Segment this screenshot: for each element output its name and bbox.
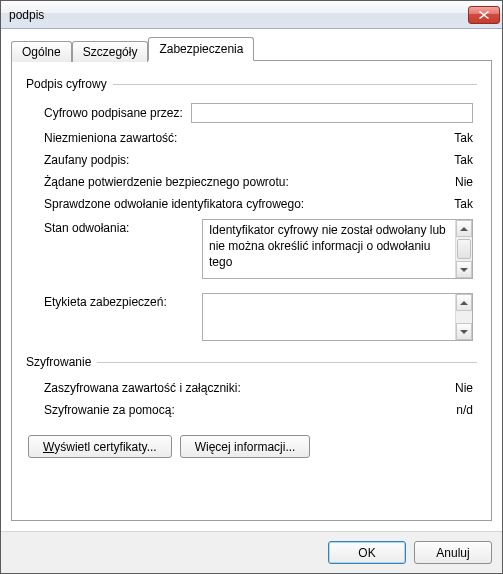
- row-encryption-using: Szyfrowanie za pomocą: n/d: [26, 399, 477, 421]
- client-area: Ogólne Szczegóły Zabezpieczenia Podpis c…: [1, 29, 502, 531]
- chevron-up-icon: [460, 227, 468, 231]
- chevron-up-icon: [460, 301, 468, 305]
- row-encrypted: Zaszyfrowana zawartość i załączniki: Nie: [26, 377, 477, 399]
- signed-by-field[interactable]: [191, 103, 473, 123]
- tabpage-security: Podpis cyfrowy Cyfrowo podpisane przez: …: [11, 60, 492, 521]
- revocation-checked-label: Sprawdzone odwołanie identyfikatora cyfr…: [44, 197, 425, 211]
- chevron-down-icon: [460, 330, 468, 334]
- close-icon: [479, 11, 489, 19]
- scroll-down-button[interactable]: [456, 261, 472, 278]
- divider: [97, 362, 477, 363]
- row-return: Żądane potwierdzenie bezpiecznego powrot…: [26, 171, 477, 193]
- dialog-window: podpis Ogólne Szczegóły Zabezpieczenia P…: [0, 0, 503, 574]
- group-signature-label: Podpis cyfrowy: [26, 77, 107, 91]
- button-row: Wyświetl certyfikaty... Więcej informacj…: [28, 435, 477, 458]
- tab-details[interactable]: Szczegóły: [72, 41, 149, 62]
- encryption-using-label: Szyfrowanie za pomocą:: [44, 403, 425, 417]
- scroll-up-button[interactable]: [456, 294, 472, 311]
- ok-button[interactable]: OK: [328, 541, 406, 564]
- scroll-track[interactable]: [456, 237, 472, 261]
- revocation-status-label: Stan odwołania:: [44, 219, 194, 235]
- encrypted-label: Zaszyfrowana zawartość i załączniki:: [44, 381, 425, 395]
- titlebar: podpis: [1, 1, 502, 29]
- encryption-using-value: n/d: [425, 403, 473, 417]
- mnemonic: W: [43, 440, 54, 454]
- scroll-down-button[interactable]: [456, 323, 472, 340]
- revocation-status-box[interactable]: Identyfikator cyfrowy nie został odwołan…: [202, 219, 473, 279]
- group-signature: Podpis cyfrowy: [26, 77, 477, 91]
- scrollbar[interactable]: [455, 220, 472, 278]
- encrypted-value: Nie: [425, 381, 473, 395]
- chevron-down-icon: [460, 268, 468, 272]
- trusted-label: Zaufany podpis:: [44, 153, 425, 167]
- window-title: podpis: [9, 8, 468, 22]
- signed-by-label: Cyfrowo podpisane przez:: [44, 106, 183, 120]
- revocation-checked-value: Tak: [425, 197, 473, 211]
- view-certificates-button[interactable]: Wyświetl certyfikaty...: [28, 435, 172, 458]
- more-info-button[interactable]: Więcej informacji...: [180, 435, 311, 458]
- group-encryption-label: Szyfrowanie: [26, 355, 91, 369]
- scrollbar[interactable]: [455, 294, 472, 340]
- revocation-status-text: Identyfikator cyfrowy nie został odwołan…: [203, 220, 455, 278]
- tab-security[interactable]: Zabezpieczenia: [148, 37, 254, 61]
- close-button[interactable]: [468, 6, 500, 24]
- scroll-track[interactable]: [456, 311, 472, 323]
- row-unchanged: Niezmieniona zawartość: Tak: [26, 127, 477, 149]
- unchanged-label: Niezmieniona zawartość:: [44, 131, 425, 145]
- row-revocation-status: Stan odwołania: Identyfikator cyfrowy ni…: [26, 215, 477, 283]
- tab-general[interactable]: Ogólne: [11, 41, 72, 62]
- divider: [113, 84, 477, 85]
- group-encryption: Szyfrowanie: [26, 355, 477, 369]
- return-label: Żądane potwierdzenie bezpiecznego powrot…: [44, 175, 425, 189]
- row-trusted: Zaufany podpis: Tak: [26, 149, 477, 171]
- dialog-footer: OK Anuluj: [1, 531, 502, 573]
- cancel-button[interactable]: Anuluj: [414, 541, 492, 564]
- unchanged-value: Tak: [425, 131, 473, 145]
- row-security-label: Etykieta zabezpieczeń:: [26, 289, 477, 345]
- row-revocation-checked: Sprawdzone odwołanie identyfikatora cyfr…: [26, 193, 477, 215]
- security-label-text: [203, 294, 455, 340]
- scroll-up-button[interactable]: [456, 220, 472, 237]
- security-label-box[interactable]: [202, 293, 473, 341]
- security-label-label: Etykieta zabezpieczeń:: [44, 293, 194, 309]
- trusted-value: Tak: [425, 153, 473, 167]
- return-value: Nie: [425, 175, 473, 189]
- tabstrip: Ogólne Szczegóły Zabezpieczenia: [11, 37, 492, 61]
- scroll-thumb[interactable]: [457, 239, 471, 259]
- row-signed-by: Cyfrowo podpisane przez:: [26, 99, 477, 127]
